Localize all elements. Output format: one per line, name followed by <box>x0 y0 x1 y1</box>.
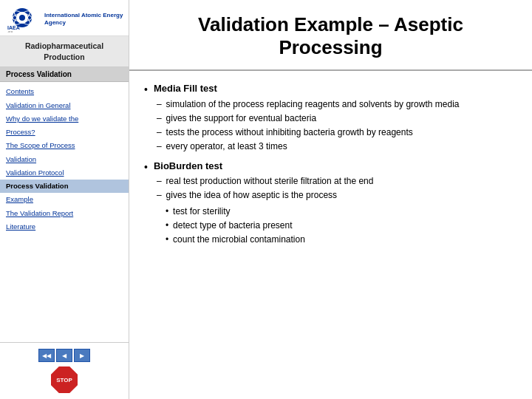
bullet-dot-1: • <box>144 82 148 154</box>
sub-sub-item-3: • count the microbial contamination <box>166 233 517 247</box>
bullet-item-bioburden: • BioBurden test – real test production … <box>144 159 517 247</box>
sidebar-item-literature[interactable]: Literature <box>0 220 129 233</box>
sidebar-header: IAEA .org International Atomic Energy Ag… <box>0 0 129 36</box>
bioburden-title: BioBurden test <box>154 160 222 171</box>
bullet-item-media-fill: • Media Fill test – simulation of the pr… <box>144 81 517 154</box>
sub-sub-item-2: • detect type of bacteria present <box>166 219 517 233</box>
main-content: Validation Example – Aseptic Processing … <box>129 0 532 399</box>
sub-item-1-4: – every operator, at least 3 times <box>157 140 517 154</box>
sub-item-2-1: – real test production without sterile f… <box>157 174 517 188</box>
bioburden-sub-list: – real test production without sterile f… <box>154 174 517 202</box>
iaea-logo-icon: IAEA .org <box>4 6 40 33</box>
svg-point-2 <box>19 15 25 21</box>
sidebar-footer: ◀◀ ◀ ▶ STOP <box>0 342 129 399</box>
main-bullet-list: • Media Fill test – simulation of the pr… <box>144 81 517 247</box>
sidebar-item-pv-example[interactable]: Process Validation <box>0 180 129 193</box>
sub-item-2-2: – gives the idea of how aseptic is the p… <box>157 188 517 202</box>
sidebar-item-contents[interactable]: Contents <box>0 85 129 98</box>
bullet-content-1: Media Fill test – simulation of the proc… <box>154 81 517 154</box>
sub-sub-item-1: • test for sterility <box>166 205 517 219</box>
org-name: International Atomic Energy Agency <box>44 12 124 27</box>
sidebar-item-example[interactable]: Example <box>0 193 129 206</box>
section-header: Process Validation <box>0 67 129 82</box>
sub-item-1-3: – tests the process without inhibiting b… <box>157 126 517 140</box>
content-area: • Media Fill test – simulation of the pr… <box>129 71 532 399</box>
nav-prev-button[interactable]: ◀ <box>56 349 72 362</box>
sidebar-item-validation-report[interactable]: The Validation Report <box>0 207 129 220</box>
org-info: International Atomic Energy Agency <box>44 12 124 27</box>
bullet-dot-2: • <box>144 160 148 247</box>
sidebar-item-scope[interactable]: The Scope of Process <box>0 139 129 152</box>
sidebar-item-protocol[interactable]: Validation Protocol <box>0 166 129 180</box>
sub-item-1-1: – simulation of the process replacing re… <box>157 98 517 112</box>
media-fill-title: Media Fill test <box>154 83 217 94</box>
sub-item-1-2: – gives the support for eventual bacteri… <box>157 112 517 126</box>
svg-text:.org: .org <box>7 30 13 33</box>
sidebar-item-process[interactable]: Process? <box>0 126 129 139</box>
stop-button[interactable]: STOP <box>51 366 78 393</box>
sidebar-item-validation-general[interactable]: Validation in General <box>0 99 129 112</box>
nav-next-button[interactable]: ▶ <box>74 349 90 362</box>
media-fill-sub-list: – simulation of the process replacing re… <box>154 98 517 154</box>
nav-prev-prev-button[interactable]: ◀◀ <box>38 349 55 362</box>
sidebar-item-validation[interactable]: Validation <box>0 153 129 166</box>
sidebar-item-why-validate[interactable]: Why do we validate the <box>0 112 129 126</box>
sidebar-subtitle: Radiopharmaceutical Production <box>0 36 129 67</box>
sidebar: IAEA .org International Atomic Energy Ag… <box>0 0 129 399</box>
page-title: Validation Example – Aseptic Processing <box>129 0 532 71</box>
bioburden-sub-sub-list: • test for sterility • detect type of ba… <box>154 205 517 248</box>
nav-list: Contents Validation in General Why do we… <box>0 82 129 342</box>
nav-buttons: ◀◀ ◀ ▶ <box>38 349 90 362</box>
bullet-content-2: BioBurden test – real test production wi… <box>154 159 517 247</box>
